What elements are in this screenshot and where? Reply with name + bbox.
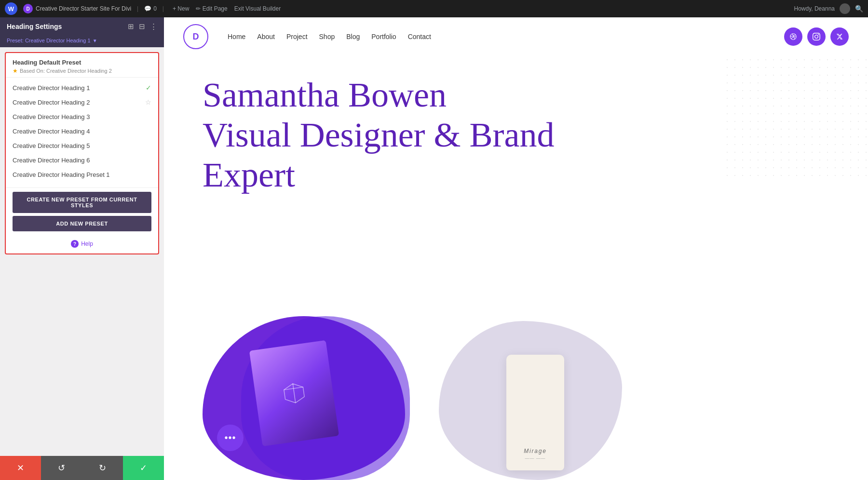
- wordpress-icon[interactable]: W: [5, 2, 17, 15]
- cancel-icon: ✕: [17, 463, 24, 473]
- admin-bar: W D Creative Director Starter Site For D…: [0, 0, 868, 17]
- nav-links: Home About Project Shop Blog Portfolio C…: [228, 33, 770, 40]
- preset-name: Creative Director Heading 6: [13, 157, 145, 164]
- list-item[interactable]: Creative Director Heading Preset 1 ⋮: [6, 167, 158, 182]
- cancel-button[interactable]: ✕: [0, 456, 41, 480]
- floating-menu-button[interactable]: •••: [217, 425, 244, 451]
- main-layout: Heading Settings ⊞ ⊟ ⋮ Preset: Creative …: [0, 17, 868, 480]
- dots-icon: •••: [224, 432, 236, 443]
- sidebar-panel: Heading Settings ⊞ ⊟ ⋮ Preset: Creative …: [0, 17, 164, 480]
- header-icons: ⊞ ⊟ ⋮: [128, 22, 157, 31]
- site-logo[interactable]: D: [183, 24, 208, 49]
- columns-icon[interactable]: ⊟: [139, 22, 145, 31]
- list-item[interactable]: Creative Director Heading 5 ⋮: [6, 138, 158, 153]
- preset-name: Creative Director Heading Preset 1: [13, 171, 145, 178]
- screen-icon[interactable]: ⊞: [128, 22, 134, 31]
- social-icons: [784, 27, 849, 46]
- new-button[interactable]: + New: [173, 5, 189, 12]
- create-preset-button[interactable]: CREATE NEW PRESET FROM CURRENT STYLES: [13, 192, 151, 213]
- preset-label-text: Preset: Creative Director Heading 1: [7, 38, 91, 43]
- more-options-icon[interactable]: ⋮: [150, 22, 157, 31]
- based-on-text: ★ Based On: Creative Director Heading 2: [13, 67, 151, 74]
- help-link[interactable]: ? Help: [6, 236, 158, 253]
- based-on-label: Based On: Creative Director Heading 2: [20, 68, 112, 74]
- default-preset-title: Heading Default Preset: [13, 59, 151, 66]
- list-item[interactable]: Creative Director Heading 3 ⋮: [6, 109, 158, 124]
- undo-icon: ↺: [58, 463, 65, 473]
- comment-icon: 💬: [144, 5, 151, 12]
- help-label: Help: [81, 240, 93, 247]
- preset-name: Creative Director Heading 2: [13, 99, 145, 106]
- star-icon: ★: [13, 67, 18, 74]
- products-area: ••• Mirage —— ——: [203, 307, 868, 480]
- product-left: •••: [203, 307, 410, 480]
- preset-list: Creative Director Heading 1 ✓ Creative D…: [6, 78, 158, 185]
- preview-content: D Home About Project Shop Blog Portfolio…: [164, 17, 868, 480]
- panel-title: Heading Settings: [7, 23, 62, 30]
- nav-link-home[interactable]: Home: [228, 33, 245, 40]
- howdy-text: Howdy, Deanna: [794, 5, 835, 12]
- nav-link-about[interactable]: About: [257, 33, 275, 40]
- candle-product: Mirage —— ——: [506, 355, 564, 470]
- list-item[interactable]: Creative Director Heading 6 ⋮: [6, 153, 158, 167]
- preset-name: Creative Director Heading 4: [13, 128, 145, 135]
- search-icon[interactable]: 🔍: [855, 5, 863, 13]
- hero-line3: Expert: [203, 156, 295, 194]
- candle-sub-label: —— ——: [525, 456, 545, 461]
- hero-line2: Visual Designer & Brand: [203, 116, 555, 154]
- nav-link-shop[interactable]: Shop: [319, 33, 335, 40]
- nav-link-project[interactable]: Project: [286, 33, 308, 40]
- help-icon: ?: [71, 240, 79, 248]
- product-right: Mirage —— ——: [439, 316, 632, 480]
- site-info: D Creative Director Starter Site For Div…: [23, 4, 131, 13]
- preset-name: Creative Director Heading 5: [13, 142, 145, 149]
- list-item[interactable]: Creative Director Heading 2 ☆: [6, 95, 158, 109]
- nav-link-contact[interactable]: Contact: [408, 33, 431, 40]
- candle-brand-label: Mirage: [524, 448, 546, 454]
- instagram-icon[interactable]: [807, 27, 826, 46]
- list-item[interactable]: Creative Director Heading 1 ✓: [6, 80, 158, 95]
- twitter-x-icon[interactable]: [830, 27, 849, 46]
- nav-link-blog[interactable]: Blog: [346, 33, 360, 40]
- site-navigation: D Home About Project Shop Blog Portfolio…: [164, 17, 868, 56]
- website-preview: D Home About Project Shop Blog Portfolio…: [164, 17, 868, 480]
- product-box: [249, 340, 339, 446]
- separator2: |: [163, 5, 164, 12]
- preset-name: Creative Director Heading 1: [13, 84, 146, 92]
- preset-default-header: Heading Default Preset ★ Based On: Creat…: [6, 53, 158, 78]
- hero-line1: Samantha Bowen: [203, 76, 447, 114]
- separator: |: [137, 5, 138, 12]
- preset-caret-icon: ▼: [93, 38, 97, 43]
- save-icon: ✓: [140, 463, 147, 473]
- preset-name: Creative Director Heading 3: [13, 113, 145, 120]
- site-favicon: D: [23, 4, 33, 13]
- redo-icon: ↻: [99, 463, 106, 473]
- undo-button[interactable]: ↺: [41, 456, 82, 480]
- nav-link-portfolio[interactable]: Portfolio: [371, 33, 396, 40]
- check-icon: ✓: [146, 84, 151, 92]
- dot-pattern-decoration: [723, 56, 868, 176]
- preset-label-bar[interactable]: Preset: Creative Director Heading 1 ▼: [0, 36, 164, 47]
- preset-panel: Heading Default Preset ★ Based On: Creat…: [5, 52, 159, 254]
- sidebar-header: Heading Settings ⊞ ⊟ ⋮: [0, 17, 164, 36]
- dribbble-icon[interactable]: [784, 27, 802, 46]
- site-name[interactable]: Creative Director Starter Site For Divi: [36, 5, 131, 12]
- divider: [6, 187, 158, 188]
- exit-builder-button[interactable]: Exit Visual Builder: [234, 5, 281, 12]
- save-button[interactable]: ✓: [123, 456, 164, 480]
- redo-button[interactable]: ↻: [82, 456, 123, 480]
- star-icon: ☆: [145, 98, 151, 106]
- list-item[interactable]: Creative Director Heading 4 ⋮: [6, 124, 158, 138]
- admin-bar-right: Howdy, Deanna 🔍: [794, 3, 864, 14]
- hero-section: Samantha Bowen Visual Designer & Brand E…: [164, 56, 868, 480]
- admin-actions: + New ✏ Edit Page Exit Visual Builder: [173, 5, 281, 12]
- sidebar-footer: ✕ ↺ ↻ ✓: [0, 456, 164, 480]
- edit-page-button[interactable]: ✏ Edit Page: [196, 5, 227, 12]
- product-box-icon: [281, 380, 308, 407]
- add-preset-button[interactable]: ADD NEW PRESET: [13, 216, 151, 231]
- comment-count[interactable]: 💬 0: [144, 5, 157, 12]
- user-avatar[interactable]: [840, 3, 850, 14]
- hero-title: Samantha Bowen Visual Designer & Brand E…: [203, 75, 564, 195]
- svg-line-1: [293, 384, 296, 403]
